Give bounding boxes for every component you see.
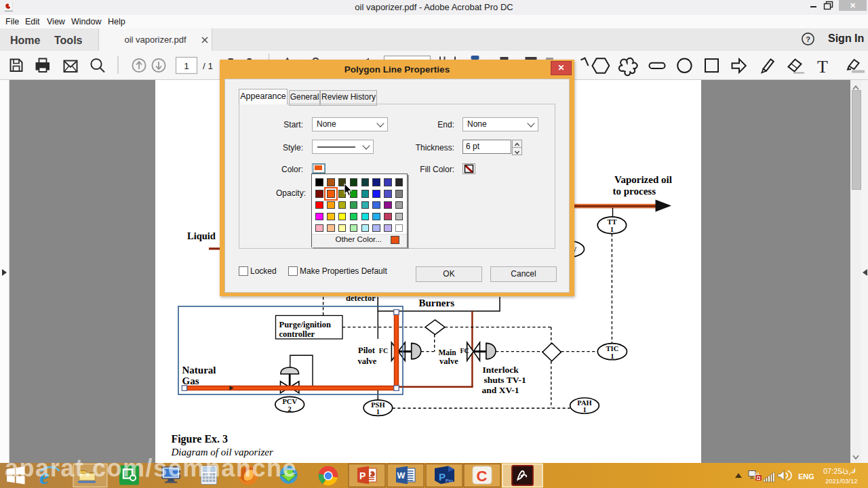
svg-text:Purge/ignition: Purge/ignition [279,320,331,329]
svg-text:07:25: 07:25 [823,467,842,475]
svg-text:P: P [359,470,366,481]
svg-text:Pilot: Pilot [358,346,376,355]
svg-text:valve: valve [439,357,458,366]
svg-text:?: ? [806,35,810,43]
svg-text:Pro: Pro [446,479,453,483]
svg-text:PAH: PAH [577,399,591,407]
svg-text:1: 1 [610,226,614,233]
svg-text:1: 1 [376,408,380,415]
svg-text:FC: FC [379,347,388,354]
svg-text:controller: controller [279,329,315,339]
svg-text:PSH: PSH [371,401,384,409]
svg-text:Burners: Burners [419,298,455,308]
svg-text:2021/03/12: 2021/03/12 [825,477,858,485]
svg-text:T: T [817,57,828,77]
svg-text:ENG: ENG [798,472,814,481]
svg-text:FC: FC [460,347,469,354]
svg-text:Figure Ex. 3: Figure Ex. 3 [171,433,228,445]
svg-text:W: W [397,471,406,481]
svg-text:PCV: PCV [282,398,297,405]
svg-text:to process: to process [613,186,656,197]
svg-text:C: C [477,468,488,485]
svg-text:P: P [439,471,446,483]
svg-text:TIC: TIC [606,345,619,352]
svg-text:valve: valve [358,357,377,366]
svg-text:Natural: Natural [182,365,216,375]
svg-text:Interlock: Interlock [483,365,519,375]
svg-text:/ 1: / 1 [203,61,213,71]
svg-text:Vaporized oil: Vaporized oil [614,174,672,185]
svg-text:1: 1 [184,61,189,71]
svg-text:and XV-1: and XV-1 [482,385,519,395]
svg-text:Gas: Gas [182,375,199,386]
svg-text:1: 1 [610,352,614,360]
svg-text:Liquid: Liquid [187,230,216,241]
svg-text:Main: Main [439,348,457,357]
svg-text:shuts TV-1: shuts TV-1 [484,375,526,385]
svg-text:1: 1 [583,406,586,413]
svg-text:2: 2 [288,405,292,413]
svg-text:TT: TT [607,218,616,226]
